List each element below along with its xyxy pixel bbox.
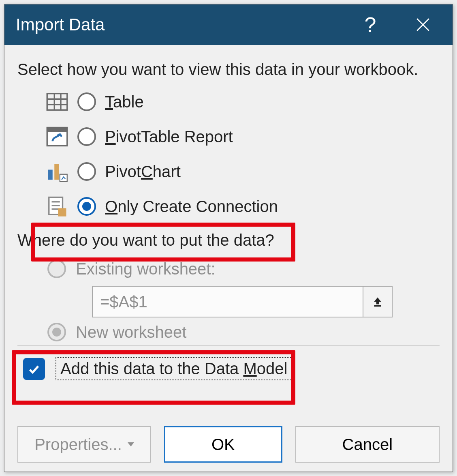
- where-new: New worksheet: [47, 319, 440, 345]
- close-button[interactable]: [397, 4, 449, 45]
- radio-only-connection[interactable]: [77, 197, 96, 216]
- view-prompt: Select how you want to view this data in…: [17, 60, 440, 79]
- chevron-down-icon: [128, 442, 134, 446]
- option-only-connection[interactable]: Only Create Connection: [46, 189, 440, 224]
- svg-rect-8: [47, 128, 67, 132]
- add-to-data-model-row[interactable]: Add this data to the Data Model: [23, 357, 440, 380]
- svg-rect-11: [60, 174, 67, 182]
- range-select-button[interactable]: [363, 286, 393, 317]
- ok-button-label: OK: [211, 435, 235, 454]
- dialog-body: Select how you want to view this data in…: [4, 45, 453, 392]
- dialog-title: Import Data: [16, 15, 344, 34]
- help-button[interactable]: ?: [344, 4, 397, 45]
- option-table[interactable]: Table: [46, 84, 440, 119]
- range-select-icon: [371, 295, 384, 309]
- separator: [17, 345, 440, 346]
- close-icon: [414, 16, 431, 33]
- svg-rect-16: [58, 208, 66, 217]
- check-icon: [27, 362, 41, 376]
- view-options: Table PivotTable Report: [17, 84, 440, 224]
- table-icon: [46, 90, 68, 113]
- option-pivotchart[interactable]: PivotChart: [46, 154, 440, 189]
- add-to-data-model-checkbox[interactable]: [23, 358, 45, 380]
- option-pivottable[interactable]: PivotTable Report: [46, 119, 440, 154]
- radio-table[interactable]: [77, 92, 96, 111]
- option-pivotchart-label: PivotChart: [105, 163, 181, 181]
- help-icon: ?: [365, 13, 376, 37]
- radio-new-worksheet: [47, 323, 66, 341]
- titlebar: Import Data ?: [4, 4, 453, 45]
- import-data-dialog: Import Data ? Select how you want to vie…: [4, 4, 453, 472]
- pivotchart-icon: [46, 160, 68, 183]
- where-prompt: Where do you want to put the data?: [17, 231, 440, 249]
- new-worksheet-label: New worksheet: [76, 323, 186, 341]
- cell-reference-input[interactable]: =$A$1: [92, 286, 363, 317]
- properties-button-label: Properties...: [34, 435, 122, 454]
- cancel-button-label: Cancel: [342, 435, 393, 454]
- radio-pivottable[interactable]: [77, 127, 96, 146]
- option-only-connection-label: Only Create Connection: [105, 197, 278, 216]
- svg-rect-2: [47, 94, 67, 110]
- option-table-label: Table: [105, 93, 144, 111]
- properties-button: Properties...: [17, 426, 151, 463]
- cancel-button[interactable]: Cancel: [295, 426, 440, 463]
- radio-pivotchart[interactable]: [77, 162, 96, 181]
- svg-rect-10: [54, 164, 59, 180]
- radio-existing-worksheet: [47, 259, 66, 278]
- dialog-buttons: Properties... OK Cancel: [17, 426, 440, 463]
- cell-reference-row: =$A$1: [92, 286, 393, 317]
- ok-button[interactable]: OK: [164, 426, 282, 463]
- where-existing: Existing worksheet:: [47, 252, 440, 286]
- existing-worksheet-label: Existing worksheet:: [76, 260, 216, 278]
- option-pivottable-label: PivotTable Report: [105, 128, 233, 146]
- pivottable-icon: [46, 125, 68, 148]
- connection-icon: [46, 195, 68, 218]
- svg-rect-9: [48, 170, 53, 180]
- where-block: Existing worksheet: =$A$1 New worksheet: [17, 252, 440, 345]
- add-to-data-model-label: Add this data to the Data Model: [56, 357, 292, 380]
